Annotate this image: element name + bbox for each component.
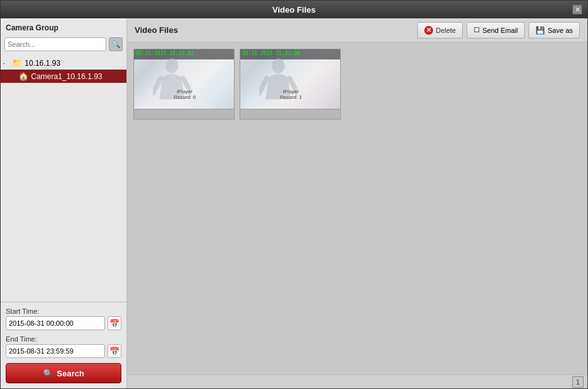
tree-group-node[interactable]: - 📁 10.16.1.93 — [1, 56, 126, 70]
video-grid: 08-31-2015 15:43:02 IPlayerRecord: 0 — [127, 42, 587, 374]
thumb-label-2 — [240, 109, 340, 120]
search-button-icon: 🔍 — [43, 369, 53, 378]
window-title: Video Files — [273, 5, 315, 15]
start-time-input[interactable] — [6, 316, 105, 330]
calendar-icon-2: 📅 — [109, 347, 119, 356]
search-icon: 🔍 — [111, 40, 121, 49]
video-thumbnail-2[interactable]: 08-31-2015 15:43:04 IPlayerRecord: 1 — [240, 49, 341, 120]
search-button[interactable]: 🔍 Search — [6, 363, 121, 383]
tree-camera-node[interactable]: 🏠 Camera1_10.16.1.93 — [1, 70, 126, 83]
toolbar-buttons: ✕ Delete ☐ Send Email 💾 Save as — [417, 22, 580, 39]
sidebar: Camera Group 🔍 - 📁 10.16.1.93 🏠 Camera1_… — [1, 18, 127, 388]
search-icon-button[interactable]: 🔍 — [109, 37, 123, 51]
start-calendar-button[interactable]: 📅 — [107, 316, 121, 330]
email-icon: ☐ — [474, 26, 480, 34]
sidebar-bottom: Start Time: 📅 End Time: 📅 🔍 Search — [1, 302, 126, 388]
search-row: 🔍 — [1, 35, 126, 54]
save-as-label: Save as — [548, 27, 573, 34]
thumb-watermark-2: IPlayerRecord: 1 — [240, 88, 340, 99]
delete-label: Delete — [436, 27, 456, 34]
thumb-watermark-1: IPlayerRecord: 0 — [134, 88, 234, 99]
start-time-label: Start Time: — [6, 307, 121, 315]
main-window: Video Files ✕ Camera Group 🔍 - 📁 10.16.1… — [0, 0, 588, 389]
search-input[interactable] — [4, 37, 106, 51]
page-badge: 1 — [572, 376, 584, 388]
thumb-image-1: 08-31-2015 15:43:02 IPlayerRecord: 0 — [134, 49, 234, 109]
tree-toggle-icon: - — [3, 59, 9, 66]
svg-point-3 — [272, 58, 285, 73]
sidebar-header: Camera Group — [1, 18, 126, 35]
camera-tree: - 📁 10.16.1.93 🏠 Camera1_10.16.1.93 — [1, 54, 126, 302]
title-bar: Video Files ✕ — [1, 1, 587, 18]
calendar-icon: 📅 — [109, 319, 119, 328]
main-content: Camera Group 🔍 - 📁 10.16.1.93 🏠 Camera1_… — [1, 18, 587, 388]
folder-icon: 📁 — [12, 58, 22, 68]
svg-point-0 — [166, 58, 178, 73]
status-bar: 1 — [127, 374, 587, 388]
delete-button[interactable]: ✕ Delete — [417, 22, 463, 39]
camera-icon: 🏠 — [18, 71, 28, 81]
start-time-row: 📅 — [6, 316, 121, 330]
close-button[interactable]: ✕ — [572, 4, 582, 15]
send-email-label: Send Email — [482, 27, 518, 34]
video-thumbnail-1[interactable]: 08-31-2015 15:43:02 IPlayerRecord: 0 — [133, 49, 235, 120]
save-icon: 💾 — [536, 26, 545, 35]
save-as-button[interactable]: 💾 Save as — [529, 22, 580, 39]
thumb-label-1 — [134, 109, 234, 120]
camera-label: Camera1_10.16.1.93 — [31, 72, 102, 81]
video-files-header: Video Files ✕ Delete ☐ Send Email 💾 Save… — [127, 18, 587, 42]
end-time-label: End Time: — [6, 335, 121, 343]
send-email-button[interactable]: ☐ Send Email — [467, 22, 525, 39]
group-label: 10.16.1.93 — [25, 59, 61, 68]
end-time-input[interactable] — [6, 344, 105, 358]
right-panel: Video Files ✕ Delete ☐ Send Email 💾 Save… — [127, 18, 587, 388]
end-time-row: 📅 — [6, 344, 121, 358]
end-calendar-button[interactable]: 📅 — [107, 344, 121, 358]
search-button-label: Search — [57, 369, 84, 378]
thumb-image-2: 08-31-2015 15:43:04 IPlayerRecord: 1 — [240, 49, 340, 109]
delete-icon: ✕ — [424, 26, 433, 35]
video-files-title: Video Files — [135, 25, 178, 35]
